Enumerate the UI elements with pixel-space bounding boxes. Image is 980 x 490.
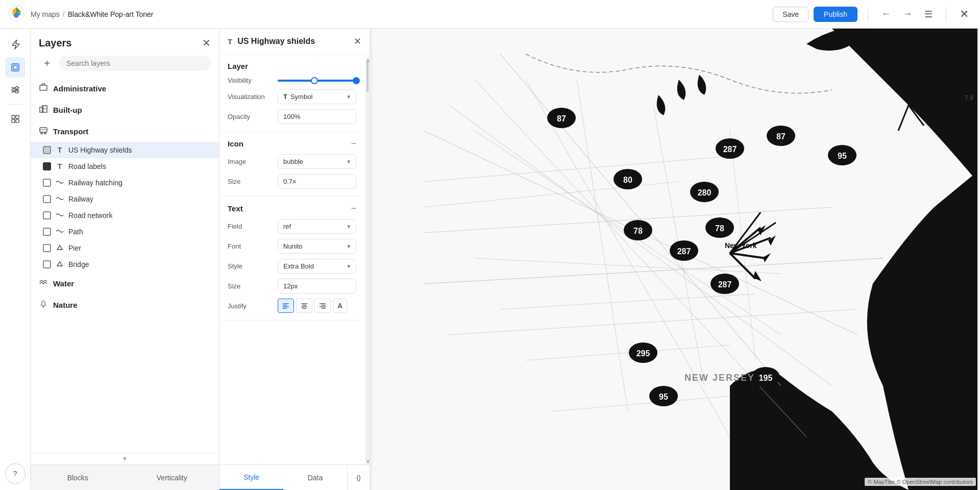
props-scrollbar[interactable]: ▲ ▼ (365, 57, 370, 464)
text-collapse-btn[interactable]: − (351, 204, 356, 213)
text-section-title: Text (228, 204, 243, 213)
path-label: Path (68, 228, 211, 236)
filter-icon-btn[interactable] (5, 80, 26, 100)
railway-type-icon (55, 195, 64, 203)
scroll-down-arrow[interactable]: ▼ (365, 459, 370, 464)
justify-row: Justify (228, 299, 356, 313)
field-row: Field ref ▾ (228, 219, 356, 234)
props-title: US Highway shields (237, 37, 349, 46)
style-tab[interactable]: Style (219, 465, 283, 490)
svg-text:New York: New York (725, 241, 757, 250)
map-svg: New York Bridgepo... 87 87 (370, 29, 980, 490)
style-select[interactable]: Extra Bold ▾ (278, 259, 356, 274)
justify-buttons: A (278, 299, 347, 313)
json-tab[interactable]: {} (347, 465, 370, 490)
layer-item-bridge[interactable]: Bridge (31, 256, 219, 273)
text-section: Text − Field ref ▾ Font Nunito ▾ (219, 197, 364, 321)
font-row: Font Nunito ▾ (228, 239, 356, 254)
svg-rect-2 (12, 64, 19, 71)
layer-item-path[interactable]: Path (31, 224, 219, 240)
icon-collapse-btn[interactable]: − (351, 139, 356, 148)
visibility-slider[interactable] (278, 80, 356, 82)
svg-text:78: 78 (633, 227, 643, 235)
save-button[interactable]: Save (773, 7, 808, 22)
opacity-label: Opacity (228, 113, 274, 120)
scroll-up-arrow[interactable]: ▲ (365, 57, 370, 63)
icon-section-header: Icon − (228, 139, 356, 148)
props-title-icon: T (228, 37, 232, 46)
layer-item-pier[interactable]: Pier (31, 240, 219, 256)
layer-group-transport[interactable]: Transport (31, 120, 219, 142)
icon-size-value: 0.7× (278, 174, 356, 189)
breadcrumb-my-maps[interactable]: My maps (31, 10, 60, 18)
close-button[interactable]: ✕ (957, 5, 972, 24)
lightning-icon-btn[interactable] (5, 35, 26, 55)
align-left-button[interactable] (278, 299, 294, 313)
puzzle-icon-btn[interactable] (5, 109, 26, 129)
layer-item-road-network[interactable]: Road network (31, 207, 219, 224)
search-input[interactable] (59, 56, 211, 71)
railway-label: Railway (68, 195, 211, 203)
verticality-tab[interactable]: Verticality (125, 465, 219, 490)
layer-item-us-highway-shields[interactable]: T US Highway shields (31, 142, 219, 158)
svg-text:7.9: 7.9 (965, 94, 973, 102)
layer-item-road-labels[interactable]: T Road labels (31, 158, 219, 175)
text-transform-button[interactable]: A (333, 299, 347, 313)
blocks-tab[interactable]: Blocks (31, 465, 125, 490)
railway-checkbox[interactable] (43, 195, 51, 203)
props-header: T US Highway shields ✕ (219, 29, 370, 55)
svg-text:78: 78 (715, 224, 724, 233)
nature-icon (39, 299, 48, 310)
add-layer-button[interactable]: + (39, 55, 55, 71)
layer-group-built-up[interactable]: Built-up (31, 99, 219, 120)
road-labels-type-icon: T (55, 162, 64, 170)
road-labels-checkbox[interactable] (43, 162, 51, 170)
align-center-button[interactable] (296, 299, 312, 313)
layers-icon-btn[interactable] (5, 57, 26, 78)
path-checkbox[interactable] (43, 228, 51, 236)
layer-item-railway[interactable]: Railway (31, 191, 219, 207)
publish-button[interactable]: Publish (814, 7, 857, 22)
svg-text:80: 80 (623, 176, 632, 184)
svg-point-5 (15, 87, 18, 89)
layers-close-button[interactable]: ✕ (202, 37, 211, 49)
field-select[interactable]: ref ▾ (278, 219, 356, 234)
railway-hatching-checkbox[interactable] (43, 179, 51, 187)
svg-text:95: 95 (838, 152, 847, 160)
svg-text:87: 87 (557, 114, 566, 123)
icon-size-row: Size 0.7× (228, 174, 356, 189)
layer-group-administrative[interactable]: Administrative (31, 78, 219, 99)
align-right-button[interactable] (314, 299, 331, 313)
icon-size-label: Size (228, 178, 274, 185)
layer-group-nature[interactable]: Nature (31, 294, 219, 315)
breadcrumb-separator: / (63, 10, 65, 18)
field-label: Field (228, 223, 274, 230)
visualization-row: Visualization T Symbol ▾ (228, 89, 356, 104)
road-network-checkbox[interactable] (43, 211, 51, 219)
svg-point-1 (14, 13, 19, 18)
visualization-select[interactable]: T Symbol ▾ (278, 89, 356, 104)
main-layout: ? Layers ✕ + Administrative (0, 29, 980, 490)
data-tab[interactable]: Data (283, 465, 347, 490)
font-select[interactable]: Nunito ▾ (278, 239, 356, 254)
layer-item-railway-hatching[interactable]: Railway hatching (31, 175, 219, 191)
svg-text:95: 95 (659, 393, 668, 401)
slider-track[interactable] (278, 80, 356, 82)
us-highway-shields-checkbox[interactable] (43, 146, 51, 154)
forward-button[interactable]: → (900, 6, 915, 22)
help-icon-btn[interactable]: ? (5, 463, 26, 484)
visualization-value: Symbol (290, 93, 312, 101)
font-label: Font (228, 242, 274, 250)
layer-group-water[interactable]: Water (31, 273, 219, 294)
props-close-button[interactable]: ✕ (354, 36, 361, 47)
back-button[interactable]: ← (878, 6, 894, 22)
image-select[interactable]: bubble ▾ (278, 154, 356, 169)
map-area[interactable]: New York Bridgepo... 87 87 (370, 29, 980, 490)
slider-thumb[interactable] (311, 77, 318, 84)
pier-checkbox[interactable] (43, 244, 51, 252)
icon-bar: ? (0, 29, 31, 490)
layers-scroll-down[interactable]: ▼ (31, 453, 219, 464)
bridge-checkbox[interactable] (43, 260, 51, 268)
menu-button[interactable]: ☰ (921, 6, 936, 23)
administrative-label: Administrative (53, 84, 106, 93)
